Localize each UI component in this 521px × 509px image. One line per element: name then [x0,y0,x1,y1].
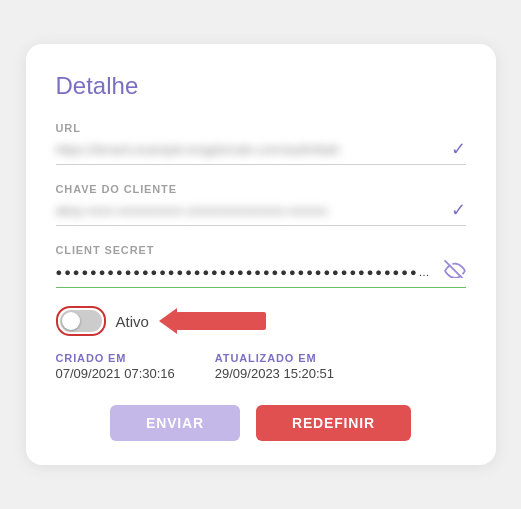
eye-slash-icon[interactable] [444,260,466,283]
url-label: URL [56,122,466,134]
toggle-knob [62,312,80,330]
redefinir-button[interactable]: REDEFINIR [256,405,411,441]
chave-field-group: CHAVE DO CLIENTE akey-xxxx-xxxxxxxxxx-xx… [56,183,466,226]
arrow-indicator [159,308,266,334]
ativo-toggle[interactable] [60,310,102,332]
url-value-row: https://tenant.example.longdomain.com/au… [56,138,466,165]
updated-date-group: ATUALIZADO EM 29/09/2023 15:20:51 [215,352,334,381]
created-date-group: CRIADO EM 07/09/2021 07:30:16 [56,352,175,381]
chave-value: akey-xxxx-xxxxxxxxxx-xxxxxxxxxxxxxxx-xxx… [56,203,443,218]
client-secret-value: ●●●●●●●●●●●●●●●●●●●●●●●●●●●●●●●●●●●●●●●●… [56,266,436,278]
buttons-row: ENVIAR REDEFINIR [56,405,466,441]
url-value: https://tenant.example.longdomain.com/au… [56,142,443,157]
card-title: Detalhe [56,72,466,100]
created-value: 07/09/2021 07:30:16 [56,366,175,381]
chave-label: CHAVE DO CLIENTE [56,183,466,195]
url-check-icon: ✓ [451,138,466,160]
url-field-group: URL https://tenant.example.longdomain.co… [56,122,466,165]
client-secret-label: CLIENT SECRET [56,244,466,256]
chave-check-icon: ✓ [451,199,466,221]
arrow [159,308,266,334]
updated-label: ATUALIZADO EM [215,352,334,364]
toggle-label: Ativo [116,313,149,330]
arrow-body [176,312,266,330]
dates-section: CRIADO EM 07/09/2021 07:30:16 ATUALIZADO… [56,352,466,381]
client-secret-field-group: CLIENT SECRET ●●●●●●●●●●●●●●●●●●●●●●●●●●… [56,244,466,288]
updated-value: 29/09/2023 15:20:51 [215,366,334,381]
arrow-head [159,308,177,334]
detail-card: Detalhe URL https://tenant.example.longd… [26,44,496,465]
toggle-wrapper [56,306,106,336]
created-label: CRIADO EM [56,352,175,364]
toggle-section: Ativo [56,306,466,336]
chave-value-row: akey-xxxx-xxxxxxxxxx-xxxxxxxxxxxxxxx-xxx… [56,199,466,226]
enviar-button[interactable]: ENVIAR [110,405,240,441]
client-secret-value-row: ●●●●●●●●●●●●●●●●●●●●●●●●●●●●●●●●●●●●●●●●… [56,260,466,288]
